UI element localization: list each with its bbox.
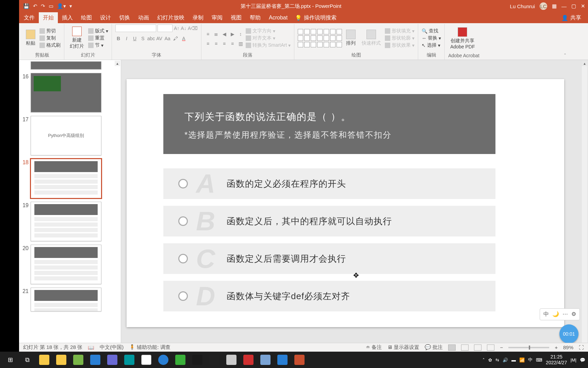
option-d[interactable]: D 函数体与关键字def必须左对齐	[163, 281, 495, 311]
slideshow-view-button[interactable]	[487, 344, 494, 351]
zoom-out-button[interactable]: −	[500, 344, 503, 350]
tray-monitor-icon[interactable]: |M|	[570, 357, 576, 363]
highlighter-button[interactable]: 🖍	[173, 35, 179, 42]
question-box[interactable]: 下列关于函数的说法正确的是（ ）。 *选择题严禁使用程序验证，选择题不答和答错不…	[163, 94, 495, 154]
change-case-button[interactable]: Aa	[164, 35, 170, 42]
new-slide-button[interactable]: 新建 幻灯片	[68, 25, 86, 51]
moon-icon[interactable]: 🌙	[552, 311, 559, 318]
collapse-ribbon-icon[interactable]: ˄	[564, 53, 566, 58]
canvas-vertical-scrollbar[interactable]: ▲ ▼	[582, 61, 587, 351]
taskbar-clock[interactable]: 21:25 2022/4/27	[546, 354, 567, 366]
create-pdf-button[interactable]: 创建并共享 Adobe PDF	[448, 26, 477, 51]
taskbar-app-powerpoint[interactable]	[292, 353, 307, 367]
tray-wifi-icon[interactable]: 📶	[519, 357, 525, 363]
clear-format-button[interactable]: A⌫	[188, 26, 198, 31]
format-painter-button[interactable]: 格式刷	[39, 42, 61, 48]
slide-thumbnail-20[interactable]	[31, 245, 101, 284]
italic-button[interactable]: I	[124, 35, 130, 42]
spellcheck-icon[interactable]: 📖	[88, 344, 94, 351]
radio-c[interactable]	[178, 254, 188, 263]
qat-more-icon[interactable]: ▾	[69, 3, 72, 9]
select-button[interactable]: ↖选择 ▾	[422, 42, 441, 48]
convert-smartart-button[interactable]: 转换为 SmartArt ▾	[246, 42, 291, 48]
tab-transitions[interactable]: 切换	[115, 12, 134, 23]
radio-a[interactable]	[178, 179, 188, 188]
tab-insert[interactable]: 插入	[58, 12, 77, 23]
fit-to-window-button[interactable]: ⛶	[579, 344, 584, 350]
shapes-gallery[interactable]	[298, 29, 342, 47]
tab-file[interactable]: 文件	[20, 12, 39, 23]
cut-button[interactable]: 剪切	[39, 28, 61, 34]
tray-volume-icon[interactable]: 🔊	[503, 357, 508, 363]
taskbar-app-explorer[interactable]	[54, 353, 69, 367]
taskbar-app-folder[interactable]	[37, 353, 52, 367]
option-a[interactable]: A 函数的定义必须在程序的开头	[163, 168, 495, 199]
save-icon[interactable]: 💾	[23, 3, 30, 9]
quick-styles-button[interactable]: 快速样式	[360, 28, 383, 48]
taskbar-app-chrome[interactable]	[139, 353, 154, 367]
floating-ime-toolbar[interactable]: 中 🌙 ⋯ ⚙	[540, 308, 580, 320]
task-view-button[interactable]: ⧉	[20, 353, 35, 367]
user-quick-icon[interactable]: 👤▾	[57, 3, 66, 9]
shadow-button[interactable]: abc	[148, 35, 154, 42]
maximize-button[interactable]: ▢	[571, 3, 576, 9]
option-c[interactable]: C 函数定义后需要调用才会执行	[163, 243, 495, 274]
user-avatar[interactable]: LC	[540, 2, 547, 10]
taskbar-app-notepadpp[interactable]	[71, 353, 86, 367]
tab-draw[interactable]: 绘图	[77, 12, 96, 23]
tray-flower-icon[interactable]: ✿	[488, 357, 492, 363]
tab-animations[interactable]: 动画	[134, 12, 153, 23]
user-name[interactable]: Lu Chunrui	[510, 3, 535, 9]
undo-icon[interactable]: ↶	[33, 3, 37, 9]
decrease-indent-button[interactable]: ◀	[221, 31, 227, 37]
align-text-button[interactable]: 对齐文本 ▾	[246, 35, 291, 41]
tray-sync-icon[interactable]: ⇆	[495, 357, 499, 363]
layout-button[interactable]: 版式 ▾	[88, 28, 108, 34]
display-settings-button[interactable]: 🖥 显示器设置	[387, 344, 419, 351]
align-left-button[interactable]: ≡	[205, 41, 211, 47]
underline-button[interactable]: U	[132, 35, 138, 42]
tab-design[interactable]: 设计	[96, 12, 115, 23]
taskbar-app-hex[interactable]	[105, 353, 120, 367]
minimize-button[interactable]: ―	[561, 3, 567, 9]
tell-me-search[interactable]: 💡 操作说明搜索	[295, 14, 337, 21]
reset-button[interactable]: 重置	[88, 35, 108, 41]
font-size-select[interactable]	[158, 25, 173, 32]
tab-record[interactable]: 录制	[189, 12, 208, 23]
tab-home[interactable]: 开始	[39, 12, 58, 23]
tab-slideshow[interactable]: 幻灯片放映	[153, 12, 189, 23]
canvas-scroll-up[interactable]: ▲	[582, 61, 587, 66]
paste-button[interactable]: 粘贴	[24, 28, 37, 48]
taskbar-app-reader[interactable]	[207, 353, 222, 367]
tab-help[interactable]: 帮助	[246, 12, 265, 23]
tray-ime-icon[interactable]: 中	[528, 357, 533, 363]
tab-view[interactable]: 视图	[227, 12, 246, 23]
present-icon[interactable]: ▭	[49, 3, 53, 9]
shape-fill-button[interactable]: 形状填充 ▾	[385, 28, 414, 34]
slide-thumbnail-17[interactable]: Python中高级组别	[31, 116, 101, 155]
accessibility-check[interactable]: 🧍 辅助功能: 调查	[129, 344, 170, 351]
zoom-level[interactable]: 89%	[563, 344, 573, 350]
radio-d[interactable]	[178, 291, 188, 301]
language-indicator[interactable]: 中文(中国)	[100, 344, 124, 351]
slide-canvas[interactable]: 下列关于函数的说法正确的是（ ）。 *选择题严禁使用程序验证，选择题不答和答错不…	[127, 79, 564, 327]
strikethrough-button[interactable]: S	[140, 35, 146, 42]
taskbar-app-wechat[interactable]	[173, 353, 188, 367]
ime-more-icon[interactable]: ⋯	[562, 311, 568, 318]
taskbar-app-settings[interactable]	[258, 353, 273, 367]
gear-icon[interactable]: ⚙	[571, 311, 576, 318]
justify-button[interactable]: ≡	[229, 41, 235, 47]
redo-icon[interactable]: ↷	[41, 3, 45, 9]
columns-button[interactable]: ▥	[238, 41, 244, 47]
copy-button[interactable]: 复制	[39, 35, 61, 41]
increase-font-button[interactable]: A↑	[174, 26, 179, 31]
taskbar-app-maps[interactable]	[224, 353, 239, 367]
bold-button[interactable]: B	[115, 35, 121, 42]
bullets-button[interactable]: ≡	[205, 31, 211, 37]
taskbar-app-globe[interactable]	[156, 353, 171, 367]
taskbar-app-pycharm[interactable]	[190, 353, 205, 367]
tray-up-icon[interactable]: ˄	[483, 357, 485, 363]
zoom-in-button[interactable]: +	[555, 344, 558, 350]
tab-acrobat[interactable]: Acrobat	[265, 12, 292, 23]
taskbar-app-k[interactable]	[88, 353, 103, 367]
